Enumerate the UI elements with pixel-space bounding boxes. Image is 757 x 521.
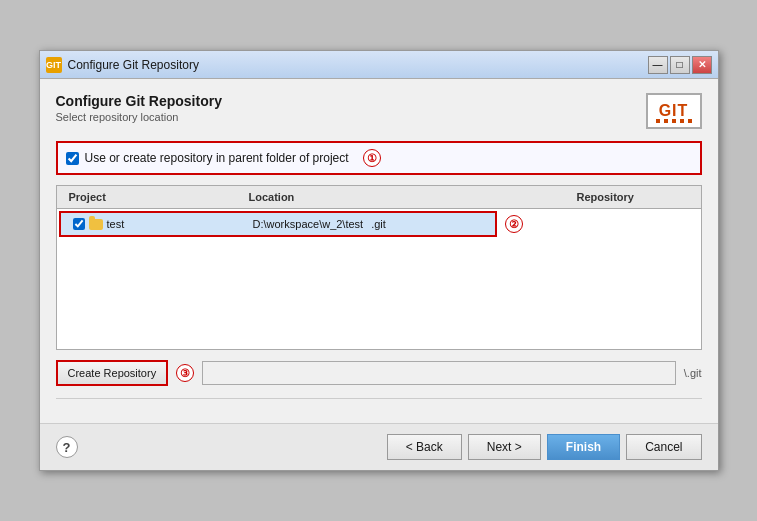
use-parent-folder-section: Use or create repository in parent folde… [56,141,702,175]
back-button[interactable]: < Back [387,434,462,460]
step-2-indicator: ② [505,215,523,233]
window-icon: GIT [46,57,62,73]
window-title: Configure Git Repository [68,58,199,72]
use-parent-folder-label: Use or create repository in parent folde… [85,151,349,165]
table-body: test D:\workspace\w_2\test .git ② [57,209,701,349]
folder-icon [89,219,103,230]
col-project: Project [65,189,245,205]
dialog-content: Configure Git Repository Select reposito… [40,79,718,423]
git-logo: GIT [646,93,702,129]
col-repository-label: Repository [577,191,634,203]
git-logo-text: GIT [659,102,689,120]
row-checkbox[interactable] [73,218,85,230]
help-button[interactable]: ? [56,436,78,458]
dialog-title: Configure Git Repository [56,93,222,109]
repo-path-input[interactable] [202,361,676,385]
step-3-indicator: ③ [176,364,194,382]
header-text: Configure Git Repository Select reposito… [56,93,222,123]
git-suffix: \.git [684,367,702,379]
minimize-button[interactable]: — [648,56,668,74]
table-row[interactable]: test D:\workspace\w_2\test .git [59,211,498,237]
maximize-button[interactable]: □ [670,56,690,74]
create-repo-section: Create Repository ③ \.git [56,360,702,386]
cancel-button[interactable]: Cancel [626,434,701,460]
col-project-label: Project [69,191,106,203]
col-location-label: Location [249,191,295,203]
close-button[interactable]: ✕ [692,56,712,74]
main-window: GIT Configure Git Repository — □ ✕ Confi… [39,50,719,471]
repo-name: .git [371,218,386,230]
dialog-subtitle: Select repository location [56,111,222,123]
separator [56,398,702,399]
header-section: Configure Git Repository Select reposito… [56,93,702,129]
col-location: Location [245,189,573,205]
footer-buttons: < Back Next > Finish Cancel [387,434,702,460]
location-cell: D:\workspace\w_2\test [249,216,368,232]
col-repository: Repository [573,189,693,205]
footer-left: ? [56,436,78,458]
next-button[interactable]: Next > [468,434,541,460]
step-1-indicator: ① [363,149,381,167]
title-bar-buttons: — □ ✕ [648,56,712,74]
project-location: D:\workspace\w_2\test [253,218,364,230]
dialog-footer: ? < Back Next > Finish Cancel [40,423,718,470]
table-header: Project Location Repository [57,186,701,209]
finish-button[interactable]: Finish [547,434,620,460]
title-bar-left: GIT Configure Git Repository [46,57,199,73]
create-repository-button[interactable]: Create Repository [56,360,169,386]
project-cell: test [69,216,249,232]
window-icon-text: GIT [46,60,61,70]
repository-cell: .git [367,216,487,232]
projects-table: Project Location Repository test [56,185,702,350]
title-bar: GIT Configure Git Repository — □ ✕ [40,51,718,79]
project-name: test [107,218,125,230]
use-parent-folder-checkbox[interactable] [66,152,79,165]
